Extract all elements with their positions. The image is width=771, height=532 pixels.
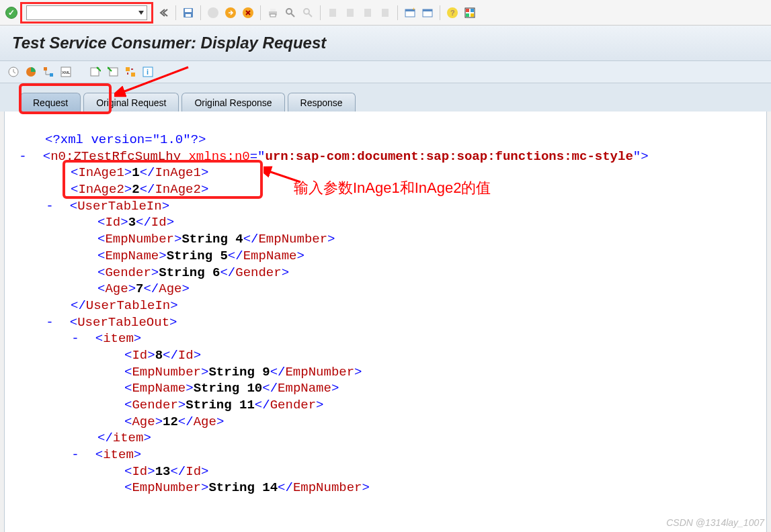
save-icon[interactable] — [181, 5, 196, 20]
import-icon[interactable] — [89, 65, 102, 79]
svg-rect-1 — [185, 9, 192, 12]
help-icon[interactable]: ? — [445, 5, 460, 20]
tab-response[interactable]: Response — [288, 93, 356, 112]
new-session-icon[interactable]: + — [403, 5, 417, 20]
collapse-toggle[interactable]: - — [71, 447, 80, 463]
find-icon[interactable] — [283, 5, 298, 20]
xml-icon[interactable]: XML — [59, 65, 73, 79]
watermark: CSDN @1314lay_1007 — [666, 517, 764, 528]
svg-rect-7 — [270, 9, 276, 11]
back-icon[interactable] — [156, 5, 171, 20]
xml-decl: <?xml version="1.0"?> — [45, 132, 206, 147]
inage-highlight-annotation — [63, 160, 263, 199]
layout-icon[interactable] — [462, 5, 477, 20]
svg-rect-29 — [44, 67, 47, 71]
svg-rect-12 — [347, 9, 354, 17]
hierarchy-icon[interactable] — [42, 65, 55, 79]
svg-rect-2 — [186, 14, 191, 17]
svg-rect-13 — [364, 9, 371, 17]
print-icon[interactable] — [266, 5, 280, 20]
svg-rect-26 — [471, 13, 474, 17]
svg-rect-30 — [50, 73, 53, 77]
globe-back-icon[interactable] — [206, 5, 220, 20]
page-title: Test Service Consumer: Display Request — [0, 26, 771, 61]
svg-text:XML: XML — [62, 71, 71, 75]
svg-rect-14 — [382, 9, 389, 17]
pie-icon[interactable] — [24, 65, 38, 79]
xml-content: 输入参数InAge1和InAge2的值 <?xml version="1.0"?… — [4, 112, 767, 532]
arrow-annotation-1 — [114, 66, 195, 106]
find-next-icon[interactable] — [300, 5, 315, 20]
globe-exit-icon[interactable] — [223, 5, 238, 20]
page-down-icon[interactable] — [360, 5, 375, 20]
clock-icon[interactable] — [7, 65, 20, 79]
svg-line-41 — [121, 67, 188, 93]
page-last-icon[interactable] — [378, 5, 393, 20]
svg-point-9 — [286, 9, 292, 14]
command-field-highlight — [20, 2, 153, 24]
svg-rect-25 — [466, 13, 469, 17]
svg-rect-33 — [91, 68, 99, 76]
svg-text:+: + — [412, 7, 415, 12]
svg-point-3 — [208, 7, 218, 18]
tab-original-response[interactable]: Original Response — [181, 93, 284, 112]
collapse-toggle[interactable]: - — [45, 314, 54, 331]
svg-rect-23 — [466, 9, 469, 12]
shortcut-icon[interactable] — [420, 5, 435, 20]
collapse-toggle[interactable]: - — [45, 198, 54, 215]
svg-rect-8 — [270, 14, 276, 17]
collapse-toggle[interactable]: - — [71, 330, 80, 347]
svg-text:?: ? — [450, 9, 455, 17]
page-first-icon[interactable] — [325, 5, 340, 20]
annotation-text: 输入参数InAge1和InAge2的值 — [294, 179, 491, 198]
svg-rect-19 — [423, 9, 432, 11]
tab-request[interactable]: Request — [20, 93, 81, 112]
command-field[interactable] — [26, 5, 147, 20]
ok-icon[interactable]: ✓ — [5, 7, 17, 19]
chevron-down-icon — [138, 11, 144, 15]
collapse-toggle[interactable]: - — [18, 148, 28, 165]
svg-point-10 — [304, 9, 309, 14]
svg-rect-11 — [329, 9, 336, 17]
svg-rect-24 — [471, 9, 474, 12]
top-toolbar: ✓ + ? — [0, 0, 771, 26]
page-up-icon[interactable] — [343, 5, 358, 20]
globe-cancel-icon[interactable] — [241, 5, 255, 20]
